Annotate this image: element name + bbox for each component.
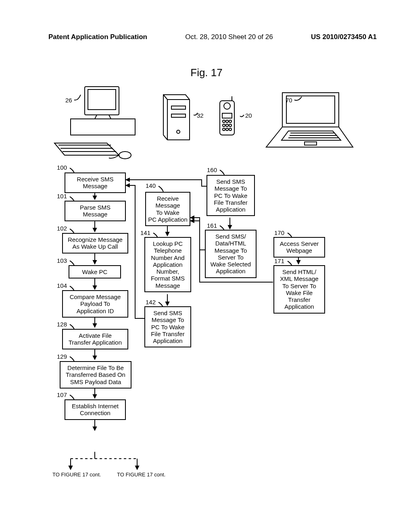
box-142: Send SMSMessage ToPC To WakeFile Transfe… [144, 306, 191, 347]
ref-128: 128 [57, 321, 67, 328]
ref-141: 141 [140, 229, 150, 236]
svg-rect-1 [88, 89, 116, 110]
ref-171: 171 [274, 258, 284, 264]
box-141: Lookup PCTelephoneNumber AndApplicationN… [144, 237, 191, 292]
svg-rect-8 [171, 106, 186, 109]
ref-140: 140 [146, 182, 156, 189]
page-header: Patent Application Publication Oct. 28, … [48, 33, 377, 41]
figure-title: Fig. 17 [0, 66, 413, 79]
ref-102: 102 [57, 225, 67, 232]
svg-point-21 [223, 128, 225, 131]
ref-103: 103 [57, 257, 67, 264]
box-140: ReceiveMessageTo WakePC Application [145, 192, 190, 226]
svg-point-18 [223, 124, 225, 127]
svg-rect-24 [286, 96, 335, 123]
ref-104: 104 [57, 282, 67, 289]
svg-point-16 [226, 120, 228, 123]
box-103: Wake PC [69, 265, 121, 278]
continuation-left: TO FIGURE 17 cont. [52, 472, 101, 478]
box-102: Recognize MessageAs Wake Up Call [62, 233, 128, 254]
continuation-right: TO FIGURE 17 cont. [117, 472, 165, 478]
svg-point-6 [119, 152, 131, 159]
box-170: Access ServerWebpage [273, 237, 325, 258]
svg-point-19 [226, 124, 228, 127]
svg-rect-28 [305, 142, 317, 145]
box-100: Receive SMSMessage [65, 172, 126, 193]
box-160: Send SMSMessage ToPC To WakeFile Transfe… [206, 175, 255, 216]
svg-rect-9 [171, 114, 186, 117]
box-107: Establish InternetConnection [65, 399, 126, 420]
ref-26: 26 [65, 97, 72, 104]
ref-170: 170 [274, 229, 284, 236]
ref-129: 129 [57, 353, 67, 360]
box-104: Compare MessagePayload ToApplication ID [62, 290, 128, 318]
svg-point-13 [224, 103, 230, 109]
box-128: Activate FileTransfer Application [62, 329, 128, 349]
header-mid: Oct. 28, 2010 Sheet 20 of 26 [185, 33, 273, 41]
svg-rect-14 [222, 113, 232, 118]
svg-rect-2 [71, 119, 135, 135]
ref-101: 101 [57, 193, 67, 200]
box-171: Send HTML/XML MessageTo Server ToWake Fi… [273, 265, 325, 314]
header-left: Patent Application Publication [48, 33, 147, 41]
ref-142: 142 [146, 299, 156, 305]
svg-point-20 [229, 124, 232, 127]
ref-32: 32 [197, 112, 204, 119]
ref-100: 100 [57, 164, 67, 171]
svg-point-10 [177, 130, 180, 133]
svg-rect-0 [85, 87, 119, 115]
diagram-canvas: 26 32 20 70 100 Receive SMSMessage 101 P… [48, 81, 371, 492]
box-161: Send SMS/Data/HTMLMessage ToServer ToWak… [205, 230, 257, 278]
svg-rect-11 [220, 101, 234, 135]
svg-point-17 [229, 120, 232, 123]
box-129: Determine File To BeTransferred Based On… [60, 361, 131, 389]
box-101: Parse SMSMessage [65, 201, 126, 221]
svg-point-23 [229, 128, 232, 131]
ref-107: 107 [57, 391, 67, 398]
svg-point-15 [223, 120, 225, 123]
header-right: US 2010/0273450 A1 [311, 33, 377, 41]
ref-20: 20 [245, 112, 252, 119]
svg-point-22 [226, 128, 228, 131]
ref-160: 160 [207, 166, 217, 173]
ref-161: 161 [207, 222, 217, 229]
ref-70: 70 [286, 97, 292, 104]
